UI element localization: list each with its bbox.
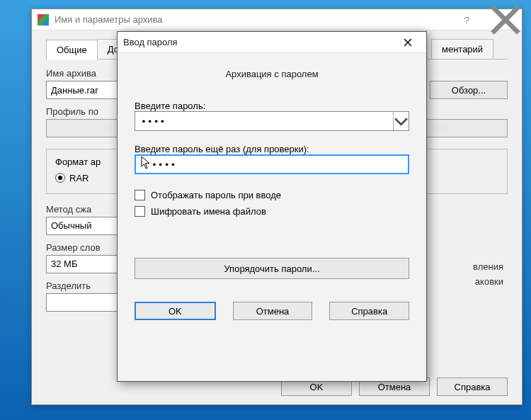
organize-passwords-button[interactable]: Упорядочить пароли... xyxy=(135,258,409,279)
modal-cancel-button[interactable]: Отмена xyxy=(233,302,313,320)
password-label: Введите пароль: xyxy=(135,101,205,111)
format-group-label: Формат ар xyxy=(52,157,103,167)
checkbox-icon xyxy=(135,190,145,200)
main-titlebar: Имя и параметры архива ? xyxy=(32,9,522,30)
password-dialog: Ввод пароля Архивация с паролем Введите … xyxy=(117,31,427,382)
main-title: Имя и параметры архива xyxy=(55,14,162,25)
browse-button[interactable]: Обзор... xyxy=(430,81,508,99)
password-history-dropdown[interactable] xyxy=(393,112,409,130)
encrypt-names-checkbox[interactable]: Шифровать имена файлов xyxy=(135,206,409,217)
modal-title: Ввод пароля xyxy=(123,37,178,47)
show-password-label: Отображать пароль при вводе xyxy=(151,190,281,200)
modal-help-button[interactable]: Справка xyxy=(329,302,409,320)
help-button[interactable]: ? xyxy=(450,9,483,30)
password2-label: Введите пароль ещё раз (для проверки): xyxy=(135,144,309,154)
checkbox-icon xyxy=(135,206,145,217)
hint-pack: аковки xyxy=(473,276,503,287)
modal-ok-button[interactable]: OK xyxy=(135,302,216,320)
winrar-icon xyxy=(38,14,49,25)
modal-buttons: OK Отмена Справка xyxy=(118,290,426,320)
modal-close-button[interactable] xyxy=(392,32,423,53)
main-help-button[interactable]: Справка xyxy=(437,378,508,396)
format-rar-label: RAR xyxy=(69,173,88,183)
tab-general[interactable]: Общие xyxy=(46,40,98,59)
show-password-checkbox[interactable]: Отображать пароль при вводе xyxy=(135,190,409,200)
method-select[interactable] xyxy=(46,217,124,235)
modal-titlebar: Ввод пароля xyxy=(118,32,426,53)
password-confirm-input[interactable] xyxy=(135,154,409,174)
encrypt-names-label: Шифровать имена файлов xyxy=(151,206,266,217)
password-input[interactable] xyxy=(135,111,409,131)
dict-select[interactable] xyxy=(46,255,124,273)
tab-comment[interactable]: ментарий xyxy=(431,39,493,59)
modal-subtitle: Архивация с паролем xyxy=(135,69,409,79)
close-icon[interactable] xyxy=(489,9,522,30)
hint-update: вления xyxy=(473,261,503,272)
format-rar-radio[interactable]: RAR xyxy=(55,173,88,183)
radio-icon xyxy=(55,173,65,183)
